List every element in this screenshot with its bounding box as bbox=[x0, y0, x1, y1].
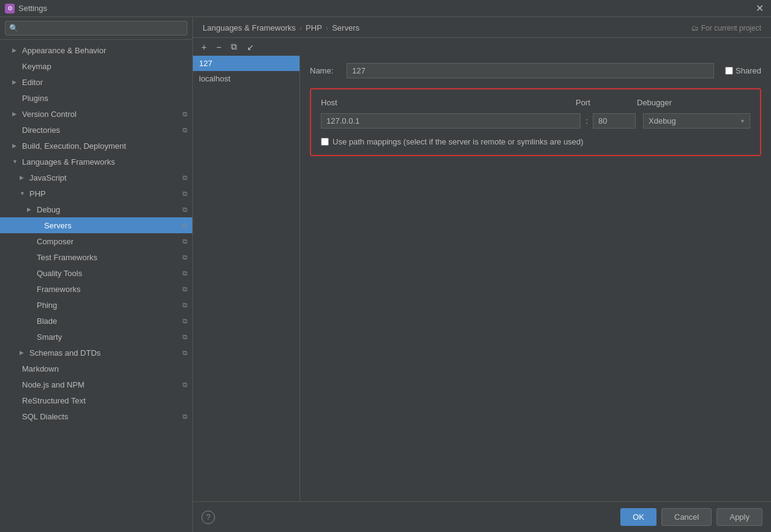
name-row: Name: Shared bbox=[310, 63, 761, 78]
shared-checkbox[interactable] bbox=[725, 67, 733, 75]
sidebar-item-label: Markdown bbox=[22, 364, 187, 373]
cancel-button[interactable]: Cancel bbox=[661, 508, 712, 526]
sidebar-item-nodejs[interactable]: Node.js and NPM ⧉ bbox=[0, 377, 192, 392]
sidebar-item-sql-dialects[interactable]: SQL Dialects ⧉ bbox=[0, 408, 192, 424]
right-panel: Languages & Frameworks › PHP › Servers 🗂… bbox=[193, 17, 771, 532]
sidebar-item-directories[interactable]: Directories ⧉ bbox=[0, 122, 192, 138]
sidebar-item-servers[interactable]: Servers ⧉ bbox=[0, 217, 192, 233]
sidebar-item-blade[interactable]: Blade ⧉ bbox=[0, 313, 192, 329]
copy-icon: ⧉ bbox=[182, 206, 187, 214]
sidebar-item-php[interactable]: ▼ PHP ⧉ bbox=[0, 185, 192, 201]
sidebar-item-editor[interactable]: ▶ Editor bbox=[0, 74, 192, 90]
sidebar-item-label: PHP bbox=[29, 189, 180, 198]
sidebar-item-label: Blade bbox=[37, 317, 180, 326]
sidebar-item-label: Schemas and DTDs bbox=[29, 348, 180, 358]
title-bar-left: ⚙ Settings bbox=[5, 4, 47, 13]
detail-header-row: Host Port Debugger bbox=[321, 98, 750, 107]
sidebar-item-languages[interactable]: ▼ Languages & Frameworks bbox=[0, 154, 192, 170]
sidebar-item-markdown[interactable]: Markdown bbox=[0, 361, 192, 377]
copy-icon: ⧉ bbox=[182, 269, 187, 277]
search-input[interactable] bbox=[5, 21, 187, 36]
server-item-127[interactable]: 127 bbox=[193, 56, 299, 71]
shared-checkbox-area: Shared bbox=[725, 66, 761, 75]
panel-toolbar: + − ⧉ ↙ bbox=[193, 38, 771, 56]
sidebar-item-label: Smarty bbox=[37, 332, 180, 342]
sidebar-item-label: Directories bbox=[22, 126, 180, 135]
server-config: Name: Shared Host Port Debugger bbox=[300, 56, 771, 501]
remove-server-button[interactable]: − bbox=[212, 41, 225, 53]
sidebar-item-frameworks[interactable]: Frameworks ⧉ bbox=[0, 281, 192, 297]
copy-icon: ⧉ bbox=[182, 126, 187, 134]
sidebar-item-label: Version Control bbox=[22, 110, 180, 119]
sidebar-item-quality-tools[interactable]: Quality Tools ⧉ bbox=[0, 265, 192, 281]
close-button[interactable]: ✕ bbox=[753, 2, 766, 14]
breadcrumb-sep: › bbox=[299, 23, 302, 32]
copy-icon: ⧉ bbox=[182, 190, 187, 198]
sidebar-item-schemas[interactable]: ▶ Schemas and DTDs ⧉ bbox=[0, 345, 192, 361]
colon-separator: : bbox=[581, 116, 593, 126]
bottom-right-buttons: OK Cancel Apply bbox=[620, 508, 762, 526]
arrow-icon: ▶ bbox=[12, 143, 20, 149]
port-input[interactable] bbox=[593, 113, 636, 129]
server-item-localhost[interactable]: localhost bbox=[193, 71, 299, 86]
copy-icon: ⧉ bbox=[182, 349, 187, 357]
debugger-select-wrapper: Xdebug Zend Debugger bbox=[643, 113, 750, 129]
sidebar-item-label: Keymap bbox=[22, 62, 187, 71]
name-label: Name: bbox=[310, 66, 340, 75]
copy-icon: ⧉ bbox=[182, 110, 187, 118]
arrow-icon: ▶ bbox=[20, 350, 27, 356]
sidebar-item-label: Servers bbox=[44, 221, 180, 230]
sidebar-item-plugins[interactable]: Plugins bbox=[0, 90, 192, 106]
copy-icon: ⧉ bbox=[182, 301, 187, 309]
help-button[interactable]: ? bbox=[201, 511, 215, 524]
sidebar-item-javascript[interactable]: ▶ JavaScript ⧉ bbox=[0, 170, 192, 185]
name-input[interactable] bbox=[347, 63, 714, 78]
sidebar-item-test-frameworks[interactable]: Test Frameworks ⧉ bbox=[0, 249, 192, 265]
shared-label: Shared bbox=[735, 66, 761, 75]
path-mappings-checkbox[interactable] bbox=[321, 138, 329, 146]
sidebar-item-smarty[interactable]: Smarty ⧉ bbox=[0, 329, 192, 345]
sidebar-item-phing[interactable]: Phing ⧉ bbox=[0, 297, 192, 313]
project-icon: 🗂 bbox=[691, 24, 699, 32]
window-title: Settings bbox=[18, 4, 47, 13]
app-icon: ⚙ bbox=[5, 4, 15, 13]
sidebar-item-label: Plugins bbox=[22, 94, 187, 103]
panel-main: 127 localhost Name: Shared Host Port bbox=[193, 56, 771, 501]
sidebar-list: ▶ Appearance & Behavior Keymap ▶ Editor … bbox=[0, 40, 192, 532]
copy-icon: ⧉ bbox=[182, 222, 187, 230]
debugger-header: Debugger bbox=[637, 98, 750, 107]
sidebar-item-appearance[interactable]: ▶ Appearance & Behavior bbox=[0, 42, 192, 58]
copy-icon: ⧉ bbox=[182, 285, 187, 293]
path-mappings-row: Use path mappings (select if the server … bbox=[321, 137, 750, 146]
debugger-select[interactable]: Xdebug Zend Debugger bbox=[643, 113, 750, 129]
arrow-icon: ▶ bbox=[27, 206, 34, 212]
apply-button[interactable]: Apply bbox=[716, 508, 762, 526]
sidebar-item-composer[interactable]: Composer ⧉ bbox=[0, 233, 192, 249]
sidebar-item-label: Appearance & Behavior bbox=[22, 46, 187, 55]
host-input[interactable] bbox=[321, 113, 581, 129]
add-server-button[interactable]: + bbox=[198, 41, 210, 53]
copy-icon: ⧉ bbox=[182, 253, 187, 261]
sidebar: 🔍 ▶ Appearance & Behavior Keymap ▶ Edito… bbox=[0, 17, 193, 532]
ok-button[interactable]: OK bbox=[620, 508, 656, 526]
path-mappings-text: Use path mappings (select if the server … bbox=[333, 137, 584, 146]
sidebar-item-restructured[interactable]: ReStructured Text bbox=[0, 392, 192, 408]
copy-icon: ⧉ bbox=[182, 333, 187, 341]
sidebar-item-label: Languages & Frameworks bbox=[22, 157, 187, 167]
sidebar-item-debug[interactable]: ▶ Debug ⧉ bbox=[0, 201, 192, 217]
sidebar-item-label: SQL Dialects bbox=[22, 412, 180, 421]
sidebar-item-version-control[interactable]: ▶ Version Control ⧉ bbox=[0, 106, 192, 122]
sidebar-item-label: JavaScript bbox=[29, 173, 180, 182]
sidebar-item-label: Debug bbox=[37, 205, 180, 214]
port-header: Port bbox=[576, 98, 637, 107]
sidebar-item-label: ReStructured Text bbox=[22, 396, 187, 405]
move-server-button[interactable]: ↙ bbox=[243, 41, 258, 53]
sidebar-item-build[interactable]: ▶ Build, Execution, Deployment bbox=[0, 138, 192, 154]
path-mappings-label[interactable]: Use path mappings (select if the server … bbox=[321, 137, 584, 146]
sidebar-item-label: Build, Execution, Deployment bbox=[22, 141, 187, 151]
copy-server-button[interactable]: ⧉ bbox=[227, 40, 241, 53]
sidebar-item-keymap[interactable]: Keymap bbox=[0, 58, 192, 74]
title-bar: ⚙ Settings ✕ bbox=[0, 0, 771, 17]
bottom-bar: ? OK Cancel Apply bbox=[193, 501, 771, 532]
search-icon: 🔍 bbox=[9, 24, 18, 32]
